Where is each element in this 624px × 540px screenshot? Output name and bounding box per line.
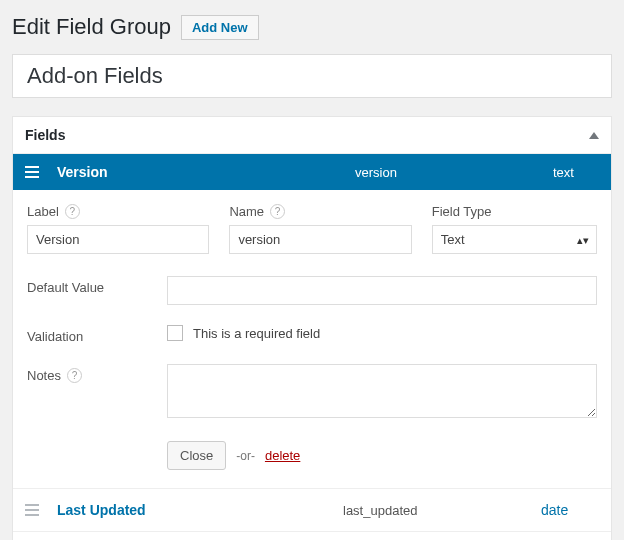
table-row[interactable]: Requires requires text <box>13 531 611 540</box>
close-button[interactable]: Close <box>167 441 226 470</box>
default-value-label: Default Value <box>27 276 167 295</box>
field-type-link[interactable]: date <box>541 502 568 518</box>
type-column: Field Type Text ▴▾ <box>432 204 597 254</box>
notes-textarea[interactable] <box>167 364 597 418</box>
validation-label: Validation <box>27 325 167 344</box>
group-title-wrap <box>12 54 612 98</box>
drag-handle-icon[interactable] <box>25 504 39 516</box>
name-input[interactable] <box>229 225 411 254</box>
field-type-select[interactable]: Text <box>432 225 597 254</box>
active-field-header[interactable]: Version version text <box>13 154 611 190</box>
drag-handle-icon[interactable] <box>25 166 39 178</box>
or-text: -or- <box>236 449 255 463</box>
field-editor: Label ? Name ? Field Type Text <box>13 190 611 488</box>
type-label: Field Type <box>432 204 597 219</box>
help-icon[interactable]: ? <box>65 204 80 219</box>
name-label: Name ? <box>229 204 411 219</box>
table-row[interactable]: Last Updated last_updated date <box>13 488 611 531</box>
label-column: Label ? <box>27 204 209 254</box>
default-value-input[interactable] <box>167 276 597 305</box>
field-name-text: last_updated <box>343 503 523 518</box>
name-column: Name ? <box>229 204 411 254</box>
panel-title: Fields <box>25 127 65 143</box>
add-new-button[interactable]: Add New <box>181 15 259 40</box>
validation-text: This is a required field <box>193 326 320 341</box>
field-label-link[interactable]: Last Updated <box>57 502 146 518</box>
notes-label: Notes ? <box>27 364 167 383</box>
panel-header[interactable]: Fields <box>13 117 611 154</box>
required-checkbox[interactable] <box>167 325 183 341</box>
help-icon[interactable]: ? <box>270 204 285 219</box>
field-header-label: Version <box>57 164 337 180</box>
validation-checkbox-wrap: This is a required field <box>167 325 597 341</box>
field-header-name: version <box>355 165 535 180</box>
label-label: Label ? <box>27 204 209 219</box>
page-header: Edit Field Group Add New <box>12 10 612 40</box>
field-header-type: text <box>553 165 599 180</box>
group-title-input[interactable] <box>12 54 612 98</box>
editor-actions: Close -or- delete <box>167 441 597 482</box>
label-input[interactable] <box>27 225 209 254</box>
help-icon[interactable]: ? <box>67 368 82 383</box>
fields-panel: Fields Version version text Label ? Name… <box>12 116 612 540</box>
delete-link[interactable]: delete <box>265 448 300 463</box>
page-title: Edit Field Group <box>12 14 171 40</box>
collapse-up-icon[interactable] <box>589 132 599 139</box>
